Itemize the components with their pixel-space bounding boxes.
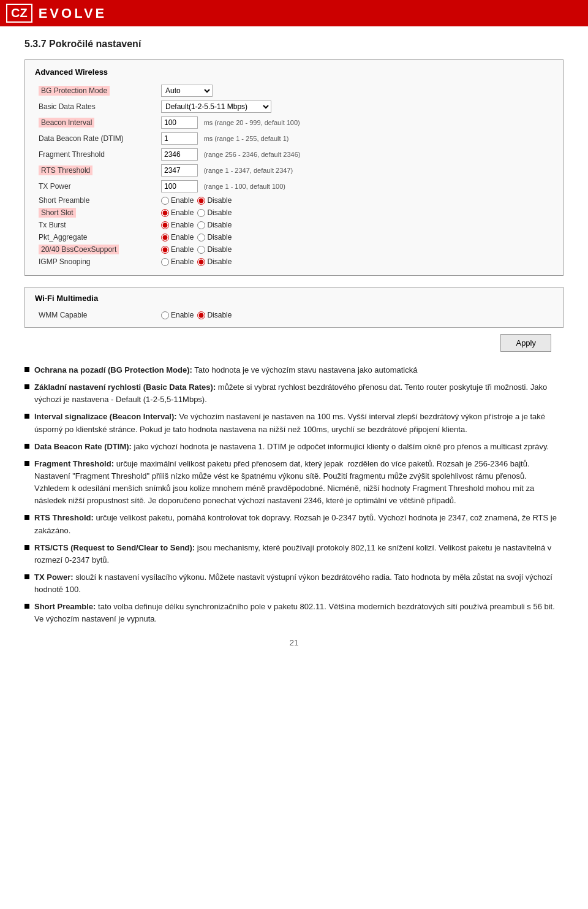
radio-tx-burst-enable-label[interactable]: Enable xyxy=(161,221,194,229)
radio-bsscoex-disable-label[interactable]: Disable xyxy=(197,245,232,254)
desc-item-2: Základní nastavení rychlosti (Basic Data… xyxy=(24,381,564,406)
radio-short-slot-enable-label[interactable]: Enable xyxy=(161,208,194,217)
bullet-5 xyxy=(24,461,29,466)
row-fragment-threshold: Fragment Threshold (range 256 - 2346, de… xyxy=(35,146,553,162)
apply-area: Apply xyxy=(24,334,564,352)
radio-short-preamble: Enable Disable xyxy=(161,196,530,205)
radio-short-slot-disable[interactable] xyxy=(197,209,205,217)
advanced-wireless-title: Advanced Wireless xyxy=(35,67,553,77)
page-number: 21 xyxy=(290,638,298,647)
radio-short-slot-enable[interactable] xyxy=(161,209,169,217)
label-igmp-snooping: IGMP Snooping xyxy=(39,257,91,266)
row-basic-data-rates: Basic Data Rates Default(1-2-5.5-11 Mbps… xyxy=(35,99,553,115)
radio-bsscoex-enable[interactable] xyxy=(161,246,169,254)
desc-text-5: Fragment Threshold: určuje maximální vel… xyxy=(34,458,564,508)
radio-short-preamble-enable[interactable] xyxy=(161,197,169,205)
page-title: 5.3.7 Pokročilé nastavení xyxy=(24,39,564,50)
radio-short-preamble-enable-label[interactable]: Enable xyxy=(161,196,194,205)
label-bsscoex: 20/40 BssCoexSupport xyxy=(39,245,119,254)
radio-short-slot: Enable Disable xyxy=(161,208,530,217)
label-tx-power: TX Power xyxy=(39,182,71,191)
radio-wmm-disable-label[interactable]: Disable xyxy=(197,311,232,319)
radio-igmp-snooping-enable[interactable] xyxy=(161,258,169,266)
select-bg-protection[interactable]: Auto Always On Always Off xyxy=(161,85,213,97)
radio-wmm-enable[interactable] xyxy=(161,311,169,319)
row-bg-protection: BG Protection Mode Auto Always On Always… xyxy=(35,83,553,99)
label-dtim: Data Beacon Rate (DTIM) xyxy=(39,134,124,143)
desc-text-3: Interval signalizace (Beacon Interval): … xyxy=(34,411,564,435)
row-beacon-interval: Beacon Interval ms (range 20 - 999, defa… xyxy=(35,115,553,131)
radio-igmp-snooping-enable-label[interactable]: Enable xyxy=(161,257,194,266)
bullet-3 xyxy=(24,414,29,419)
row-dtim: Data Beacon Rate (DTIM) ms (range 1 - 25… xyxy=(35,131,553,146)
radio-bsscoex: Enable Disable xyxy=(161,245,530,254)
radio-pkt-aggregate-enable[interactable] xyxy=(161,234,169,242)
select-basic-data-rates[interactable]: Default(1-2-5.5-11 Mbps) 1-2 Mbps All xyxy=(161,101,271,113)
desc-text-9: Short Preamble: tato volba definuje délk… xyxy=(34,601,564,625)
radio-wmm-disable[interactable] xyxy=(197,311,205,319)
label-tx-burst: Tx Burst xyxy=(39,221,66,229)
radio-igmp-snooping-disable[interactable] xyxy=(197,258,205,266)
input-fragment-threshold[interactable] xyxy=(161,148,198,161)
label-rts-threshold: RTS Threshold xyxy=(39,165,92,175)
radio-tx-burst-disable-label[interactable]: Disable xyxy=(197,221,232,229)
radio-wmm-enable-label[interactable]: Enable xyxy=(161,311,194,319)
label-bg-protection: BG Protection Mode xyxy=(39,86,110,96)
radio-short-preamble-disable[interactable] xyxy=(197,197,205,205)
desc-item-3: Interval signalizace (Beacon Interval): … xyxy=(24,411,564,435)
radio-tx-burst: Enable Disable xyxy=(161,221,530,229)
wifi-multimedia-table: WMM Capable Enable Disable xyxy=(35,309,553,321)
desc-text-6: RTS Threshold: určuje velikost paketu, p… xyxy=(34,512,564,536)
radio-igmp-snooping: Enable Disable xyxy=(161,257,530,266)
wifi-multimedia-box: Wi-Fi Multimedia WMM Capable Enable Disa… xyxy=(24,287,564,328)
radio-tx-burst-disable[interactable] xyxy=(197,221,205,229)
desc-text-2: Základní nastavení rychlosti (Basic Data… xyxy=(34,381,564,406)
desc-item-4: Data Beacon Rate (DTIM): jako výchozí ho… xyxy=(24,441,564,453)
desc-item-9: Short Preamble: tato volba definuje délk… xyxy=(24,601,564,625)
row-rts-threshold: RTS Threshold (range 1 - 2347, default 2… xyxy=(35,162,553,178)
desc-text-8: TX Power: slouží k nastavení vysílacího … xyxy=(34,571,564,596)
input-tx-power[interactable] xyxy=(161,180,198,192)
desc-item-5: Fragment Threshold: určuje maximální vel… xyxy=(24,458,564,508)
bullet-4 xyxy=(24,444,29,449)
bullet-1 xyxy=(24,367,29,372)
desc-text-4: Data Beacon Rate (DTIM): jako výchozí ho… xyxy=(34,441,564,453)
input-rts-threshold[interactable] xyxy=(161,164,198,177)
radio-short-slot-disable-label[interactable]: Disable xyxy=(197,208,232,217)
wifi-multimedia-title: Wi-Fi Multimedia xyxy=(35,294,553,303)
row-wmm-capable: WMM Capable Enable Disable xyxy=(35,309,553,321)
bullet-9 xyxy=(24,604,29,609)
hint-fragment-threshold: (range 256 - 2346, default 2346) xyxy=(204,151,301,158)
page-content: 5.3.7 Pokročilé nastavení Advanced Wirel… xyxy=(0,26,588,672)
row-short-preamble: Short Preamble Enable Disable xyxy=(35,194,553,207)
radio-igmp-snooping-disable-label[interactable]: Disable xyxy=(197,257,232,266)
radio-short-preamble-disable-label[interactable]: Disable xyxy=(197,196,232,205)
desc-item-6: RTS Threshold: určuje velikost paketu, p… xyxy=(24,512,564,536)
header: CZ EVOLVE xyxy=(0,0,588,26)
logo-text: EVOLVE xyxy=(39,6,107,21)
input-dtim[interactable] xyxy=(161,132,198,145)
radio-tx-burst-enable[interactable] xyxy=(161,221,169,229)
radio-pkt-aggregate-disable[interactable] xyxy=(197,234,205,242)
description-section: Ochrana na pozadí (BG Protection Mode): … xyxy=(24,364,564,626)
label-beacon-interval: Beacon Interval xyxy=(39,118,94,127)
bullet-2 xyxy=(24,384,29,389)
row-tx-power: TX Power (range 1 - 100, default 100) xyxy=(35,178,553,194)
hint-tx-power: (range 1 - 100, default 100) xyxy=(204,183,285,190)
radio-wmm-capable: Enable Disable xyxy=(161,311,549,319)
row-pkt-aggregate: Pkt_Aggregate Enable Disable xyxy=(35,231,553,243)
label-pkt-aggregate: Pkt_Aggregate xyxy=(39,233,87,242)
advanced-wireless-box: Advanced Wireless BG Protection Mode Aut… xyxy=(24,59,564,276)
row-short-slot: Short Slot Enable Disable xyxy=(35,207,553,219)
hint-beacon-interval: ms (range 20 - 999, default 100) xyxy=(204,119,300,126)
radio-bsscoex-enable-label[interactable]: Enable xyxy=(161,245,194,254)
logo-cz: CZ xyxy=(6,4,32,23)
desc-text-7: RTS/CTS (Request to Send/Clear to Send):… xyxy=(34,542,564,566)
apply-button[interactable]: Apply xyxy=(500,334,551,352)
input-beacon-interval[interactable] xyxy=(161,116,198,129)
row-bsscoex: 20/40 BssCoexSupport Enable Disable xyxy=(35,243,553,256)
row-tx-burst: Tx Burst Enable Disable xyxy=(35,219,553,231)
radio-pkt-aggregate-enable-label[interactable]: Enable xyxy=(161,233,194,242)
radio-pkt-aggregate-disable-label[interactable]: Disable xyxy=(197,233,232,242)
radio-bsscoex-disable[interactable] xyxy=(197,246,205,254)
